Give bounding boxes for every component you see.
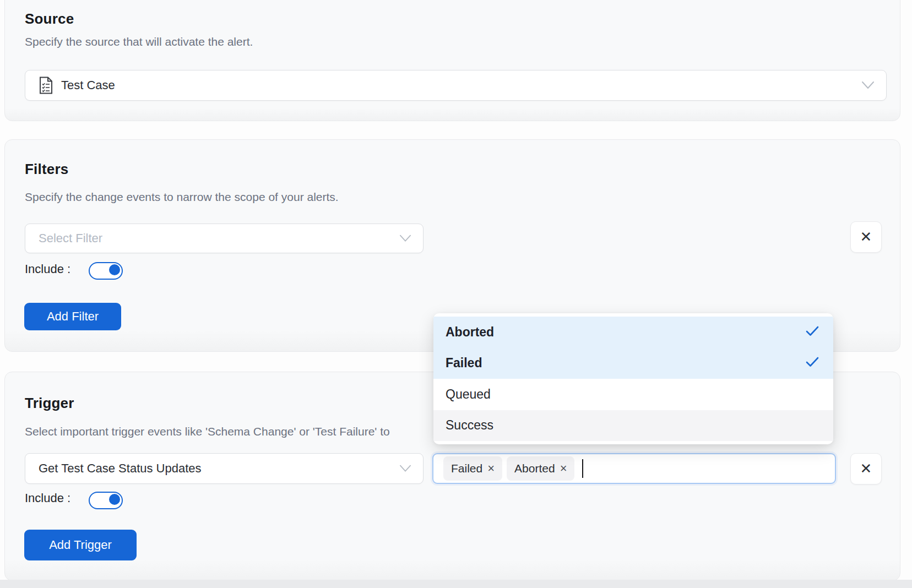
filter-select[interactable]: Select Filter [25,224,424,253]
alert-configuration-page: Source Specify the source that will acti… [0,0,912,588]
dropdown-option-queued[interactable]: Queued [433,379,833,410]
option-label: Aborted [446,325,494,340]
toggle-knob [109,264,120,275]
source-section-description: Specify the source that will activate th… [25,35,253,48]
chevron-down-icon [400,235,411,242]
dropdown-option-aborted[interactable]: Aborted [433,317,833,348]
dropdown-option-failed[interactable]: Failed [433,348,833,379]
option-label: Failed [446,356,482,371]
remove-trigger-button[interactable]: ✕ [850,453,882,484]
filter-include-toggle[interactable] [89,262,123,280]
dropdown-option-success[interactable]: Success [433,410,833,442]
option-label: Success [446,418,493,433]
close-icon: ✕ [860,228,872,246]
trigger-section-title: Trigger [25,395,74,412]
include-label: Include : [25,262,70,276]
chevron-down-icon [862,81,874,89]
filter-select-placeholder: Select Filter [39,231,102,246]
close-icon: ✕ [860,460,872,477]
check-icon [806,356,819,371]
trigger-select[interactable]: Get Test Case Status Updates [25,453,424,484]
test-case-document-icon [39,77,53,94]
filters-section-title: Filters [25,161,68,178]
source-select-value: Test Case [61,78,115,92]
add-trigger-button[interactable]: Add Trigger [24,530,137,560]
source-section-card: Source Specify the source that will acti… [4,0,900,121]
source-section-title: Source [25,10,74,28]
filters-section-description: Specify the change events to narrow the … [25,190,339,204]
selected-chip[interactable]: Aborted × [507,456,574,481]
chip-remove-icon[interactable]: × [487,461,495,476]
status-multiselect-input[interactable]: Failed × Aborted × [432,453,836,484]
add-filter-button[interactable]: Add Filter [24,303,121,330]
selected-chip[interactable]: Failed × [443,456,502,481]
text-cursor [582,459,583,478]
chevron-down-icon [400,465,411,472]
status-options-dropdown: Aborted Failed Queued Success [433,313,833,444]
include-label: Include : [25,491,70,505]
remove-filter-button[interactable]: ✕ [850,221,882,253]
option-label: Queued [446,387,491,402]
trigger-include-toggle[interactable] [89,492,123,509]
check-icon [806,325,819,340]
toggle-knob [109,494,120,505]
chip-remove-icon[interactable]: × [560,461,567,476]
chip-label: Failed [451,462,482,475]
source-select[interactable]: Test Case [25,70,887,101]
chip-label: Aborted [514,462,555,475]
page-bottom-shade [0,580,912,588]
trigger-select-value: Get Test Case Status Updates [39,461,202,476]
